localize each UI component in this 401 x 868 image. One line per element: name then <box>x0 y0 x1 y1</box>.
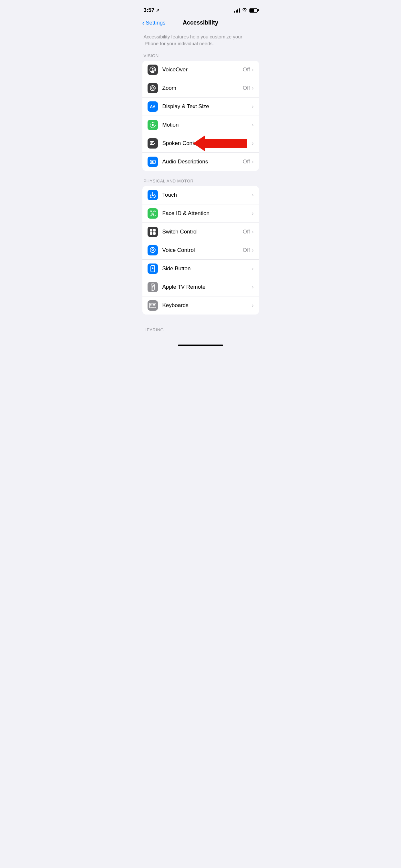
apple-tv-remote-icon <box>148 282 158 292</box>
svg-point-18 <box>151 213 152 213</box>
svg-rect-15 <box>154 211 155 212</box>
spoken-content-icon <box>148 138 158 149</box>
back-chevron-icon: ‹ <box>143 20 145 26</box>
voice-control-icon <box>148 245 158 255</box>
apple-tv-remote-label: Apple TV Remote <box>162 284 252 290</box>
svg-rect-35 <box>153 306 154 306</box>
svg-rect-33 <box>150 306 151 306</box>
apple-tv-remote-item[interactable]: Apple TV Remote › <box>143 278 259 297</box>
wifi-icon <box>242 8 247 13</box>
apple-tv-remote-chevron-icon: › <box>252 284 253 290</box>
touch-label: Touch <box>162 192 252 198</box>
physical-motor-list: Touch › Face ID & Attention › <box>143 186 259 314</box>
keyboards-icon <box>148 300 158 311</box>
annotation-arrow <box>193 135 247 151</box>
status-bar: 3:57 ↗ <box>137 0 264 16</box>
nav-bar: ‹ Settings Accessibility <box>137 16 264 29</box>
face-id-icon <box>148 208 158 219</box>
svg-rect-12 <box>151 144 152 144</box>
svg-point-25 <box>152 285 153 287</box>
switch-control-value: Off <box>243 228 250 235</box>
page-title: Accessibility <box>183 20 218 26</box>
svg-rect-34 <box>151 306 152 306</box>
audio-descriptions-value: Off <box>243 159 250 165</box>
switch-control-chevron-icon: › <box>252 229 253 235</box>
vision-list: VoiceOver Off › Zoom Off › <box>143 61 259 171</box>
hearing-section-header: HEARING <box>137 322 264 332</box>
back-label: Settings <box>146 20 165 26</box>
face-id-label: Face ID & Attention <box>162 210 252 217</box>
svg-rect-37 <box>151 307 154 307</box>
svg-rect-16 <box>150 215 152 216</box>
physical-motor-section: PHYSICAL AND MOTOR Touch › <box>137 179 264 314</box>
face-id-item[interactable]: Face ID & Attention › <box>143 205 259 223</box>
status-time: 3:57 ↗ <box>144 7 159 13</box>
svg-rect-14 <box>150 211 152 212</box>
switch-control-icon <box>148 227 158 237</box>
vision-section: VISION VoiceOver Off › <box>137 53 264 171</box>
switch-control-label: Switch Control <box>162 228 243 235</box>
display-text-chevron-icon: › <box>252 104 253 110</box>
motion-item[interactable]: Motion › <box>143 116 259 134</box>
side-button-label: Side Button <box>162 266 252 272</box>
svg-rect-31 <box>153 304 154 305</box>
keyboards-label: Keyboards <box>162 302 252 309</box>
voice-control-label: Voice Control <box>162 247 243 253</box>
signal-icon <box>234 8 240 12</box>
zoom-chevron-icon: › <box>252 85 253 91</box>
svg-point-9 <box>152 124 154 126</box>
zoom-item[interactable]: Zoom Off › <box>143 79 259 97</box>
keyboards-chevron-icon: › <box>252 303 253 308</box>
motion-chevron-icon: › <box>252 122 253 128</box>
touch-chevron-icon: › <box>252 192 253 198</box>
voiceover-chevron-icon: › <box>252 67 253 73</box>
voiceover-icon <box>148 65 158 75</box>
back-button[interactable]: ‹ Settings <box>143 20 166 26</box>
face-id-chevron-icon: › <box>252 211 253 216</box>
home-indicator <box>137 342 264 349</box>
svg-point-19 <box>153 213 154 213</box>
voice-control-item[interactable]: Voice Control Off › <box>143 241 259 259</box>
svg-point-3 <box>151 87 154 89</box>
touch-icon <box>148 190 158 200</box>
audio-descriptions-item[interactable]: Audio Descriptions Off › <box>143 153 259 171</box>
voiceover-item[interactable]: VoiceOver Off › <box>143 61 259 79</box>
motion-label: Motion <box>162 122 252 128</box>
zoom-icon <box>148 83 158 93</box>
physical-motor-section-header: PHYSICAL AND MOTOR <box>137 179 264 186</box>
svg-point-1 <box>152 68 153 70</box>
zoom-value: Off <box>243 85 250 91</box>
zoom-label: Zoom <box>162 85 243 91</box>
svg-rect-10 <box>150 142 154 145</box>
audio-descriptions-chevron-icon: › <box>252 159 253 165</box>
keyboards-item[interactable]: Keyboards › <box>143 297 259 314</box>
svg-rect-32 <box>154 304 155 305</box>
voiceover-label: VoiceOver <box>162 66 243 73</box>
svg-point-22 <box>152 249 154 251</box>
touch-item[interactable]: Touch › <box>143 186 259 205</box>
svg-rect-11 <box>151 143 153 143</box>
side-button-chevron-icon: › <box>252 266 253 272</box>
vision-section-header: VISION <box>137 53 264 61</box>
svg-rect-17 <box>154 215 155 216</box>
display-text-item[interactable]: AA Display & Text Size › <box>143 97 259 116</box>
display-text-icon: AA <box>148 101 158 112</box>
switch-control-item[interactable]: Switch Control Off › <box>143 223 259 241</box>
motion-icon <box>148 120 158 130</box>
location-icon: ↗ <box>156 8 159 13</box>
svg-rect-29 <box>150 304 151 305</box>
voiceover-value: Off <box>243 66 250 73</box>
side-button-item[interactable]: Side Button › <box>143 259 259 278</box>
audio-descriptions-label: Audio Descriptions <box>162 159 243 165</box>
home-bar <box>178 345 223 346</box>
audio-descriptions-icon <box>148 157 158 167</box>
spoken-content-chevron-icon: › <box>252 141 253 146</box>
page-description: Accessibility features help you customiz… <box>137 29 264 53</box>
side-button-icon <box>148 264 158 274</box>
voice-control-value: Off <box>243 247 250 253</box>
svg-rect-30 <box>151 304 152 305</box>
time-display: 3:57 <box>144 7 155 13</box>
svg-rect-36 <box>154 306 155 306</box>
spoken-content-item[interactable]: Spoken Content › <box>143 134 259 153</box>
svg-point-21 <box>150 247 155 252</box>
